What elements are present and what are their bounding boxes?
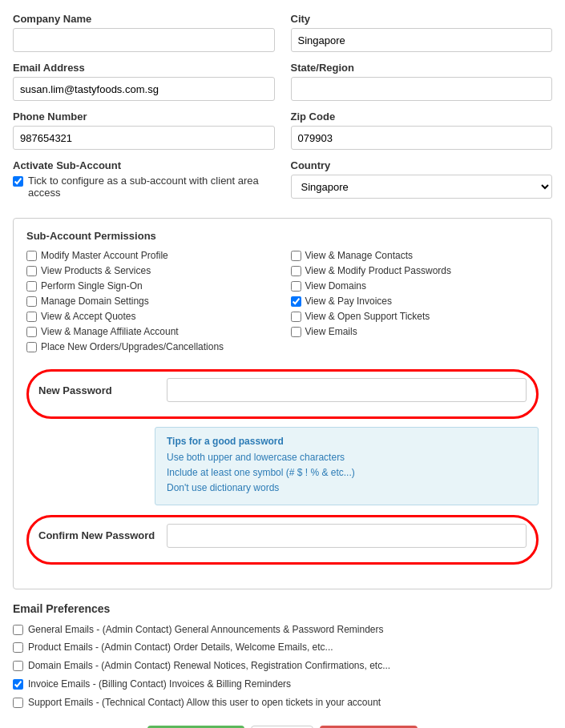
perm-checkbox[interactable] bbox=[291, 251, 301, 261]
perm-label: View Domains bbox=[305, 280, 366, 292]
perm-item: View & Pay Invoices bbox=[291, 296, 539, 307]
city-input[interactable] bbox=[291, 28, 553, 52]
new-password-input[interactable] bbox=[167, 378, 527, 402]
perm-item: View Products & Services bbox=[26, 265, 275, 276]
email-label: Email Address bbox=[13, 62, 275, 74]
perm-item: Manage Domain Settings bbox=[26, 296, 275, 307]
phone-col: Phone Number bbox=[13, 111, 275, 150]
email-pref-label: Support Emails - (Technical Contact) All… bbox=[28, 696, 381, 710]
perm-checkbox[interactable] bbox=[291, 281, 301, 292]
permissions-grid: Modify Master Account ProfileView Produc… bbox=[26, 250, 539, 356]
sub-account-box: Sub-Account Permissions Modify Master Ac… bbox=[13, 218, 552, 589]
button-row: Save Changes Cancel Delete Contact bbox=[13, 726, 552, 728]
perm-checkbox[interactable] bbox=[26, 266, 37, 276]
city-col: City bbox=[291, 13, 553, 52]
perm-item: Modify Master Account Profile bbox=[26, 250, 275, 261]
email-pref-item: Product Emails - (Admin Contact) Order D… bbox=[13, 641, 552, 654]
email-pref-checkbox[interactable] bbox=[13, 698, 23, 708]
perm-label: View & Open Support Tickets bbox=[305, 311, 430, 322]
state-col: State/Region bbox=[291, 62, 553, 101]
perm-item: Place New Orders/Upgrades/Cancellations bbox=[26, 341, 275, 352]
tip1: Use both upper and lowercase characters bbox=[167, 450, 527, 465]
perm-item: View Domains bbox=[291, 280, 539, 292]
perm-item: View & Accept Quotes bbox=[26, 311, 275, 322]
zip-label: Zip Code bbox=[291, 111, 553, 123]
email-pref-item: Support Emails - (Technical Contact) All… bbox=[13, 696, 552, 710]
confirm-password-oval: Confirm New Password bbox=[26, 515, 539, 565]
password-tips-box: Tips for a good password Use both upper … bbox=[155, 427, 539, 505]
perm-item: View & Open Support Tickets bbox=[291, 311, 539, 322]
permissions-right: View & Manage ContactsView & Modify Prod… bbox=[291, 250, 539, 356]
confirm-password-label: Confirm New Password bbox=[38, 529, 167, 541]
city-label: City bbox=[291, 13, 553, 25]
state-label: State/Region bbox=[291, 62, 553, 74]
country-label: Country bbox=[291, 159, 553, 171]
email-prefs-list: General Emails - (Admin Contact) General… bbox=[13, 623, 552, 710]
perm-checkbox[interactable] bbox=[291, 327, 301, 337]
email-col: Email Address bbox=[13, 62, 275, 101]
new-password-oval: New Password bbox=[26, 369, 539, 419]
company-name-col: Company Name bbox=[13, 13, 275, 52]
tip2: Include at least one symbol (# $ ! % & e… bbox=[167, 465, 527, 481]
email-pref-item: Domain Emails - (Admin Contact) Renewal … bbox=[13, 659, 552, 673]
email-pref-checkbox[interactable] bbox=[13, 661, 23, 671]
email-pref-checkbox[interactable] bbox=[13, 642, 23, 653]
sub-account-title: Sub-Account Permissions bbox=[26, 230, 539, 242]
perm-checkbox[interactable] bbox=[291, 312, 301, 322]
email-prefs-section: Email Preferences General Emails - (Admi… bbox=[13, 602, 552, 710]
perm-label: View & Accept Quotes bbox=[41, 311, 136, 322]
activate-checkbox[interactable] bbox=[13, 176, 23, 187]
save-button[interactable]: Save Changes bbox=[147, 726, 244, 728]
phone-zip-row: Phone Number Zip Code bbox=[13, 111, 552, 150]
perm-checkbox[interactable] bbox=[26, 312, 37, 322]
perm-item: View & Manage Affiliate Account bbox=[26, 326, 275, 337]
email-pref-label: Product Emails - (Admin Contact) Order D… bbox=[28, 641, 333, 654]
perm-label: View & Pay Invoices bbox=[305, 296, 393, 307]
company-name-input[interactable] bbox=[13, 28, 275, 52]
confirm-password-input[interactable] bbox=[167, 524, 527, 548]
new-password-label: New Password bbox=[38, 384, 167, 396]
perm-checkbox[interactable] bbox=[26, 342, 37, 352]
cancel-button[interactable]: Cancel bbox=[251, 726, 313, 728]
perm-checkbox[interactable] bbox=[26, 296, 37, 307]
email-pref-checkbox[interactable] bbox=[13, 679, 23, 690]
activate-checkbox-row: Tick to configure as a sub-account with … bbox=[13, 175, 275, 199]
perm-item: View & Manage Contacts bbox=[291, 250, 539, 261]
confirm-password-row: Confirm New Password bbox=[38, 524, 527, 548]
perm-label: Place New Orders/Upgrades/Cancellations bbox=[41, 341, 224, 352]
perm-label: View & Modify Product Passwords bbox=[305, 265, 452, 276]
email-pref-item: General Emails - (Admin Contact) General… bbox=[13, 623, 552, 637]
perm-item: Perform Single Sign-On bbox=[26, 280, 275, 292]
phone-label: Phone Number bbox=[13, 111, 275, 123]
permissions-left: Modify Master Account ProfileView Produc… bbox=[26, 250, 275, 356]
country-select[interactable]: Singapore bbox=[291, 175, 553, 199]
delete-button[interactable]: Delete Contact bbox=[320, 726, 418, 728]
perm-item: View Emails bbox=[291, 326, 539, 337]
activate-col: Activate Sub-Account Tick to configure a… bbox=[13, 159, 275, 199]
perm-label: View Products & Services bbox=[41, 265, 151, 276]
state-input[interactable] bbox=[291, 77, 553, 101]
perm-label: Manage Domain Settings bbox=[41, 296, 149, 307]
email-pref-checkbox[interactable] bbox=[13, 625, 23, 635]
company-city-row: Company Name City bbox=[13, 13, 552, 52]
email-prefs-title: Email Preferences bbox=[13, 602, 552, 615]
zip-input[interactable] bbox=[291, 126, 553, 150]
email-pref-label: General Emails - (Admin Contact) General… bbox=[28, 623, 384, 637]
tip3: Don't use dictionary words bbox=[167, 481, 527, 496]
email-state-row: Email Address State/Region bbox=[13, 62, 552, 101]
perm-checkbox[interactable] bbox=[291, 296, 301, 307]
perm-checkbox[interactable] bbox=[26, 327, 37, 337]
email-input[interactable] bbox=[13, 77, 275, 101]
email-pref-label: Invoice Emails - (Billing Contact) Invoi… bbox=[28, 678, 291, 691]
perm-label: Perform Single Sign-On bbox=[41, 280, 143, 292]
perm-checkbox[interactable] bbox=[26, 251, 37, 261]
activate-checkbox-label: Tick to configure as a sub-account with … bbox=[28, 175, 275, 199]
activate-label: Activate Sub-Account bbox=[13, 159, 275, 171]
phone-input[interactable] bbox=[13, 126, 275, 150]
perm-checkbox[interactable] bbox=[291, 266, 301, 276]
activate-country-row: Activate Sub-Account Tick to configure a… bbox=[13, 159, 552, 208]
company-name-label: Company Name bbox=[13, 13, 275, 25]
perm-label: View Emails bbox=[305, 326, 357, 337]
perm-checkbox[interactable] bbox=[26, 281, 37, 292]
password-section: New Password Tips for a good password Us… bbox=[26, 369, 539, 565]
